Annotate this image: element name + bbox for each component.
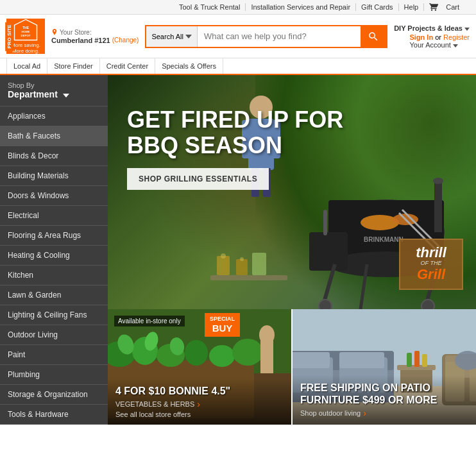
sidebar-item-blinds[interactable]: Blinds & Decor [0, 146, 108, 166]
svg-text:HOME: HOME [21, 30, 30, 33]
svg-point-16 [361, 215, 399, 230]
available-tag: Available in-store only [114, 316, 185, 326]
content-column: BRINKMANN [108, 75, 476, 425]
grill-badge-text: Grill [417, 266, 445, 283]
secondary-nav: Local Ad Store Finder Credit Center Spec… [0, 58, 476, 75]
sidebar-item-appliances[interactable]: Appliances [0, 106, 108, 126]
header: PRO SITE THE HOME DEPOT More saving. Mor… [0, 15, 476, 58]
your-account-button[interactable]: Your Account [409, 41, 457, 49]
account-label: Your Account [409, 41, 450, 49]
chevron-down-icon [185, 35, 192, 38]
svg-point-15 [421, 300, 434, 309]
home-depot-logo: THE HOME DEPOT [9, 19, 42, 41]
promo-right-overlay: FREE SHIPPING ON PATIO FURNITURE $499 OR… [293, 375, 476, 425]
diy-chevron-icon [464, 28, 470, 31]
sidebar-item-bath[interactable]: Bath & Faucets [0, 126, 108, 146]
svg-rect-57 [407, 353, 412, 367]
svg-rect-54 [339, 352, 384, 368]
svg-rect-27 [210, 275, 287, 280]
store-name-line: Cumberland #121 (Change) [51, 37, 139, 44]
utility-installation[interactable]: Installation Services and Repair [246, 3, 356, 11]
hero-banner[interactable]: BRINKMANN [108, 75, 476, 309]
of-the-text: OF THE [421, 260, 442, 266]
sidebar-item-plumbing[interactable]: Plumbing [0, 365, 108, 385]
sidebar-item-electrical[interactable]: Electrical [0, 206, 108, 226]
sidebar-item-flooring[interactable]: Flooring & Area Rugs [0, 226, 108, 246]
shop-by-label: Shop By [8, 81, 69, 89]
diy-button[interactable]: DIY Projects & Ideas [394, 24, 470, 32]
account-section: Sign In or Register Your Account [409, 33, 470, 49]
change-store-link[interactable]: (Change) [112, 37, 139, 44]
svg-point-40 [209, 345, 235, 367]
hero-title-line1: GET FIRED UP FOR [127, 107, 343, 133]
special-label: SPECIAL [210, 316, 235, 323]
svg-rect-28 [217, 256, 230, 275]
search-block: Search All [145, 25, 387, 48]
promo-right-arrow: › [363, 408, 366, 418]
svg-rect-13 [323, 210, 327, 235]
promo-card-vegetables[interactable]: Available in-store only SPECIAL BUY 4 FO… [108, 309, 293, 425]
dept-chevron-icon [63, 94, 69, 97]
hero-text: GET FIRED UP FOR BBQ SEASON SHOP GRILLIN… [127, 107, 343, 190]
sidebar-item-storage[interactable]: Storage & Organization [0, 385, 108, 405]
account-chevron-icon [453, 44, 458, 47]
store-name: Cumberland #121 [51, 37, 110, 44]
sidebar-item-lighting[interactable]: Lighting & Ceiling Fans [0, 305, 108, 325]
sidebar-item-outdoor[interactable]: Outdoor Living [0, 325, 108, 345]
cart-label: Cart [441, 3, 464, 11]
logo-block[interactable]: PRO SITE THE HOME DEPOT More saving. Mor… [6, 19, 45, 54]
svg-point-41 [232, 339, 263, 366]
sign-in-link[interactable]: Sign In [409, 33, 433, 41]
header-right: DIY Projects & Ideas Sign In or Register… [394, 24, 470, 49]
promo-left-title: 4 FOR $10 BONNIE 4.5" [115, 385, 284, 397]
promo-left-cta[interactable]: See all local store offers [115, 411, 284, 418]
promo-right-title: FREE SHIPPING ON PATIO [300, 382, 468, 394]
buy-label: BUY [210, 323, 235, 334]
search-category-button[interactable]: Search All [146, 26, 198, 47]
sidebar-item-tools[interactable]: Tools & Hardware [0, 405, 108, 425]
svg-rect-53 [293, 352, 330, 368]
promo-row: Available in-store only SPECIAL BUY 4 FO… [108, 309, 476, 425]
search-icon [368, 31, 379, 42]
pro-site-tab: PRO SITE [5, 22, 13, 51]
sidebar-item-lawn[interactable]: Lawn & Garden [0, 285, 108, 305]
utility-tool-truck[interactable]: Tool & Truck Rental [174, 3, 246, 11]
sidebar-item-paint[interactable]: Paint [0, 345, 108, 365]
svg-point-14 [319, 300, 332, 309]
search-input[interactable] [198, 26, 361, 47]
promo-right-cta[interactable]: Shop outdoor living › [300, 408, 468, 418]
svg-point-32 [240, 257, 244, 261]
svg-point-31 [221, 253, 226, 258]
register-link[interactable]: Register [443, 33, 470, 41]
main-area: Shop By Department Appliances Bath & Fau… [0, 75, 476, 425]
store-info: Your Store: Cumberland #121 (Change) [51, 29, 139, 44]
table-scene [210, 243, 287, 296]
svg-text:DEPOT: DEPOT [21, 34, 30, 37]
svg-rect-7 [309, 232, 348, 271]
location-icon [51, 29, 58, 37]
nav-local-ad[interactable]: Local Ad [6, 58, 47, 74]
promo-left-sub-text: VEGETABLES & HERBS [115, 400, 194, 408]
nav-specials-offers[interactable]: Specials & Offers [155, 58, 223, 74]
thrill-text: thrill [416, 246, 446, 260]
promo-left-overlay: 4 FOR $10 BONNIE 4.5" VEGETABLES & HERBS… [108, 378, 291, 425]
sidebar-item-doors[interactable]: Doors & Windows [0, 186, 108, 206]
svg-point-46 [259, 325, 275, 344]
sidebar-item-kitchen[interactable]: Kitchen [0, 266, 108, 285]
promo-card-patio[interactable]: FREE SHIPPING ON PATIO FURNITURE $499 OR… [293, 309, 476, 425]
promo-left-subtitle: VEGETABLES & HERBS › [115, 399, 284, 409]
cart-icon [429, 3, 438, 12]
hero-title-line2: BBQ SEASON [127, 133, 343, 158]
svg-rect-11 [434, 181, 442, 232]
search-all-label: Search All [151, 33, 183, 40]
utility-help[interactable]: Help [399, 3, 425, 11]
nav-store-finder[interactable]: Store Finder [47, 58, 100, 74]
nav-credit-center[interactable]: Credit Center [100, 58, 155, 74]
sidebar-item-building[interactable]: Building Materials [0, 166, 108, 186]
sidebar-item-heating[interactable]: Heating & Cooling [0, 246, 108, 266]
shop-grilling-button[interactable]: SHOP GRILLING ESSENTIALS [127, 168, 269, 190]
svg-rect-29 [236, 259, 248, 275]
utility-gift-cards[interactable]: Gift Cards [356, 3, 399, 11]
utility-cart[interactable]: Cart [424, 3, 470, 12]
search-button[interactable] [361, 26, 386, 47]
